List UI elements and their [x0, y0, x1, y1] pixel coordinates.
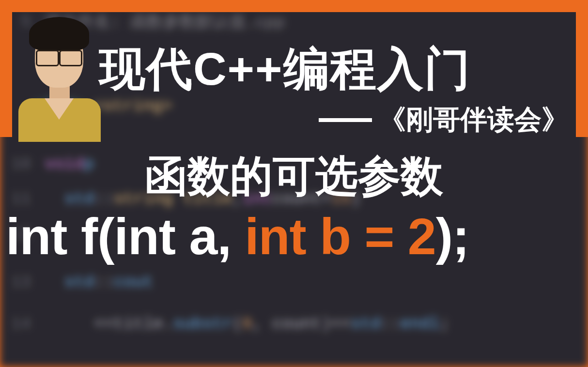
presenter-avatar — [15, 12, 104, 137]
lesson-topic: 函数的可选参数 — [0, 148, 588, 205]
sig-part-1: int f(int a, — [6, 208, 245, 265]
function-signature: int f(int a, int b = 2); — [0, 207, 588, 266]
subtitle: 《刚哥伴读会》 — [319, 102, 569, 138]
subtitle-text: 《刚哥伴读会》 — [379, 102, 569, 138]
subtitle-dash — [319, 118, 372, 122]
sig-default-arg: int b = 2 — [245, 208, 435, 265]
sig-part-3: ); — [436, 208, 469, 265]
main-title: 现代C++编程入门 — [99, 39, 576, 101]
